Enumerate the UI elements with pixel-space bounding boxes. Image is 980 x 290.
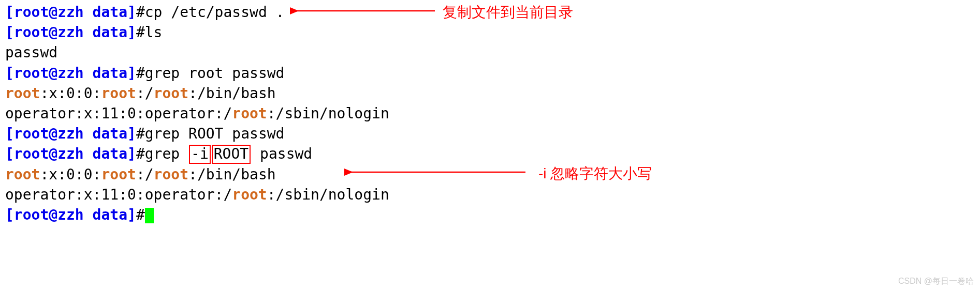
prompt-space — [84, 4, 93, 21]
grep-arg-ROOT-box: ROOT — [212, 145, 251, 163]
command-ls: ls — [145, 24, 163, 41]
command-cp: cp /etc/passwd . — [145, 4, 285, 21]
annotation-ignore-case: -i 忽略字符大小写 — [538, 163, 652, 184]
prompt-path: data — [93, 4, 127, 21]
grep-output-1a: root:x:0:0:root:/root:/bin/bash — [5, 83, 975, 103]
prompt-at: @ — [49, 4, 57, 21]
terminal-line-2: [root@zzh data]#ls — [5, 22, 975, 42]
terminal-line-5: [root@zzh data]#grep -iROOT passwd — [5, 144, 975, 164]
grep-flag-i-box: -i — [189, 145, 211, 163]
prompt-user: root — [14, 4, 49, 21]
grep-output-1b: operator:x:11:0:operator:/root:/sbin/nol… — [5, 103, 975, 124]
grep-output-2a: root:x:0:0:root:/root:/bin/bash — [5, 164, 975, 185]
cursor-block[interactable] — [145, 208, 154, 223]
prompt-hash: # — [136, 4, 145, 21]
grep-output-2b: operator:x:11:0:operator:/root:/sbin/nol… — [5, 185, 975, 205]
command-grep-ROOT: grep ROOT passwd — [145, 125, 285, 142]
prompt-close: ] — [127, 4, 136, 21]
watermark-text: CSDN @每日一卷哈 — [898, 276, 974, 287]
ls-output: passwd — [5, 44, 57, 61]
prompt-host: zzh — [57, 4, 84, 21]
terminal-line-6: [root@zzh data]# — [5, 205, 975, 225]
terminal-output-ls: passwd — [5, 42, 975, 63]
terminal-line-4: [root@zzh data]#grep ROOT passwd — [5, 124, 975, 144]
prompt-open: [ — [5, 4, 14, 21]
terminal-line-3: [root@zzh data]#grep root passwd — [5, 63, 975, 83]
annotation-copy-file: 复制文件到当前目录 — [443, 2, 573, 22]
command-grep-root: grep root passwd — [145, 65, 285, 82]
